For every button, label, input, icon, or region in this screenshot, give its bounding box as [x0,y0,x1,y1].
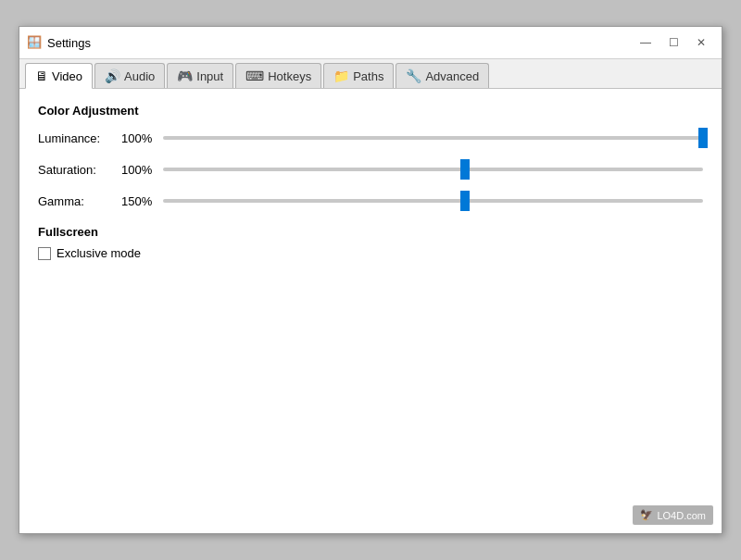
gamma-slider-track [163,199,703,203]
saturation-value: 100% [121,163,163,177]
luminance-value: 100% [121,131,163,145]
saturation-slider-thumb[interactable] [460,159,470,180]
hotkeys-tab-label: Hotkeys [268,69,311,83]
titlebar: 🪟 Settings — ☐ ✕ [19,27,722,59]
paths-tab-icon: 📁 [333,68,349,83]
gamma-slider-thumb[interactable] [460,191,470,211]
close-button[interactable]: ✕ [688,32,714,53]
exclusive-mode-row: Exclusive mode [38,246,703,260]
hotkeys-tab-icon: ⌨ [245,68,264,83]
video-tab-label: Video [52,69,82,83]
tab-advanced[interactable]: 🔧 Advanced [396,63,489,88]
color-adjustment-title: Color Adjustment [38,104,703,118]
tab-video[interactable]: 🖥 Video [25,63,93,89]
minimize-button[interactable]: — [633,32,659,53]
tab-audio[interactable]: 🔊 Audio [94,63,165,88]
window-title: Settings [47,36,91,50]
watermark: 🦅 LO4D.com [633,505,713,525]
watermark-icon: 🦅 [640,509,653,521]
app-icon: 🪟 [27,35,42,50]
settings-window: 🪟 Settings — ☐ ✕ 🖥 Video 🔊 Audio 🎮 Input [19,26,722,534]
tab-content: Color Adjustment Luminance: 100% Saturat… [19,89,722,533]
titlebar-left: 🪟 Settings [27,35,91,50]
tab-hotkeys[interactable]: ⌨ Hotkeys [235,63,321,88]
saturation-row: Saturation: 100% [38,160,703,179]
luminance-slider-container [163,129,703,147]
luminance-row: Luminance: 100% [38,129,703,147]
luminance-slider-thumb[interactable] [698,128,708,148]
luminance-slider-track [163,136,703,140]
tab-paths[interactable]: 📁 Paths [323,63,394,88]
titlebar-controls: — ☐ ✕ [633,32,714,53]
gamma-slider-container [163,192,703,210]
video-tab-icon: 🖥 [35,68,48,83]
watermark-text: LO4D.com [657,510,706,521]
fullscreen-title: Fullscreen [38,225,703,239]
paths-tab-label: Paths [353,69,383,83]
gamma-value: 150% [121,194,163,208]
tab-input[interactable]: 🎮 Input [167,63,233,88]
saturation-slider-track [163,168,703,171]
luminance-label: Luminance: [38,131,121,145]
advanced-tab-icon: 🔧 [406,68,421,83]
tab-bar: 🖥 Video 🔊 Audio 🎮 Input ⌨ Hotkeys 📁 Path… [19,59,722,89]
audio-tab-icon: 🔊 [105,68,120,83]
advanced-tab-label: Advanced [425,69,479,83]
audio-tab-label: Audio [124,69,155,83]
maximize-button[interactable]: ☐ [660,32,686,53]
saturation-slider-container [163,160,703,179]
saturation-label: Saturation: [38,163,121,177]
gamma-row: Gamma: 150% [38,192,703,210]
exclusive-mode-checkbox[interactable] [38,247,51,260]
input-tab-label: Input [196,69,223,83]
fullscreen-section: Fullscreen Exclusive mode [38,225,703,260]
exclusive-mode-label: Exclusive mode [57,246,141,260]
input-tab-icon: 🎮 [177,68,193,83]
gamma-label: Gamma: [38,194,121,208]
